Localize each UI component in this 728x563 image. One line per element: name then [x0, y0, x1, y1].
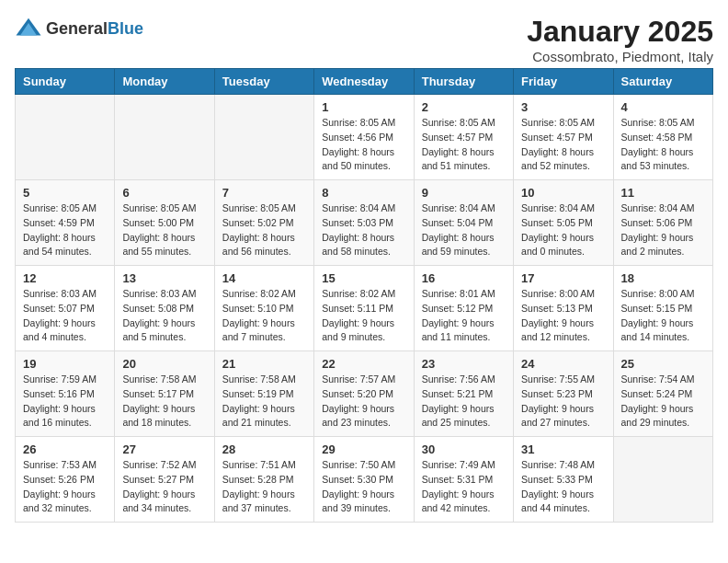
logo-general: General — [46, 19, 108, 38]
day-cell: 25Sunrise: 7:54 AMSunset: 5:24 PMDayligh… — [613, 351, 712, 437]
day-number: 20 — [122, 357, 206, 371]
day-info: Sunrise: 8:05 AMSunset: 4:59 PMDaylight:… — [23, 201, 107, 259]
day-info: Sunrise: 8:04 AMSunset: 5:04 PMDaylight:… — [422, 201, 506, 259]
day-number: 13 — [122, 271, 206, 285]
day-info: Sunrise: 7:58 AMSunset: 5:19 PMDaylight:… — [222, 373, 306, 431]
day-info: Sunrise: 8:05 AMSunset: 4:57 PMDaylight:… — [521, 116, 605, 174]
day-number: 14 — [222, 271, 306, 285]
day-info: Sunrise: 8:05 AMSunset: 4:57 PMDaylight:… — [422, 116, 506, 174]
day-info: Sunrise: 7:53 AMSunset: 5:26 PMDaylight:… — [23, 458, 107, 516]
day-info: Sunrise: 7:58 AMSunset: 5:17 PMDaylight:… — [122, 373, 206, 431]
day-number: 19 — [23, 357, 107, 371]
header: GeneralBlue January 2025 Cossombrato, Pi… — [15, 15, 713, 64]
day-info: Sunrise: 8:00 AMSunset: 5:13 PMDaylight:… — [521, 287, 605, 345]
day-cell: 12Sunrise: 8:03 AMSunset: 5:07 PMDayligh… — [16, 266, 115, 351]
day-info: Sunrise: 8:05 AMSunset: 5:02 PMDaylight:… — [222, 201, 306, 259]
weekday-header-saturday: Saturday — [613, 69, 712, 95]
weekday-header-row: SundayMondayTuesdayWednesdayThursdayFrid… — [16, 69, 713, 95]
day-number: 27 — [122, 442, 206, 456]
day-info: Sunrise: 8:05 AMSunset: 4:56 PMDaylight:… — [322, 116, 405, 174]
day-cell: 14Sunrise: 8:02 AMSunset: 5:10 PMDayligh… — [214, 266, 313, 351]
day-cell: 18Sunrise: 8:00 AMSunset: 5:15 PMDayligh… — [613, 266, 712, 351]
day-number: 4 — [621, 100, 705, 114]
week-row-1: 1Sunrise: 8:05 AMSunset: 4:56 PMDaylight… — [16, 95, 713, 180]
day-cell: 20Sunrise: 7:58 AMSunset: 5:17 PMDayligh… — [115, 351, 214, 437]
day-info: Sunrise: 7:56 AMSunset: 5:21 PMDaylight:… — [422, 373, 506, 431]
title-block: January 2025 Cossombrato, Piedmont, Ital… — [527, 15, 713, 64]
day-number: 23 — [422, 357, 506, 371]
day-info: Sunrise: 8:05 AMSunset: 4:58 PMDaylight:… — [621, 116, 705, 174]
day-cell — [115, 95, 214, 180]
day-info: Sunrise: 8:04 AMSunset: 5:03 PMDaylight:… — [322, 201, 405, 259]
day-cell: 7Sunrise: 8:05 AMSunset: 5:02 PMDaylight… — [214, 180, 313, 266]
week-row-3: 12Sunrise: 8:03 AMSunset: 5:07 PMDayligh… — [16, 266, 713, 351]
day-info: Sunrise: 7:59 AMSunset: 5:16 PMDaylight:… — [23, 373, 107, 431]
day-info: Sunrise: 8:00 AMSunset: 5:15 PMDaylight:… — [621, 287, 705, 345]
day-info: Sunrise: 8:04 AMSunset: 5:06 PMDaylight:… — [621, 201, 705, 259]
day-cell: 11Sunrise: 8:04 AMSunset: 5:06 PMDayligh… — [613, 180, 712, 266]
day-info: Sunrise: 8:02 AMSunset: 5:10 PMDaylight:… — [222, 287, 306, 345]
day-info: Sunrise: 8:04 AMSunset: 5:05 PMDaylight:… — [521, 201, 605, 259]
day-cell: 17Sunrise: 8:00 AMSunset: 5:13 PMDayligh… — [514, 266, 613, 351]
day-cell: 13Sunrise: 8:03 AMSunset: 5:08 PMDayligh… — [115, 266, 214, 351]
day-number: 26 — [23, 442, 107, 456]
day-number: 15 — [322, 271, 405, 285]
day-number: 12 — [23, 271, 107, 285]
day-info: Sunrise: 7:51 AMSunset: 5:28 PMDaylight:… — [222, 458, 306, 516]
day-info: Sunrise: 7:57 AMSunset: 5:20 PMDaylight:… — [322, 373, 405, 431]
day-cell — [16, 95, 115, 180]
day-cell: 29Sunrise: 7:50 AMSunset: 5:30 PMDayligh… — [314, 437, 414, 523]
day-cell: 8Sunrise: 8:04 AMSunset: 5:03 PMDaylight… — [314, 180, 414, 266]
day-cell: 19Sunrise: 7:59 AMSunset: 5:16 PMDayligh… — [16, 351, 115, 437]
day-number: 17 — [521, 271, 605, 285]
day-info: Sunrise: 7:49 AMSunset: 5:31 PMDaylight:… — [422, 458, 506, 516]
day-cell: 30Sunrise: 7:49 AMSunset: 5:31 PMDayligh… — [414, 437, 513, 523]
weekday-header-monday: Monday — [115, 69, 214, 95]
day-info: Sunrise: 7:55 AMSunset: 5:23 PMDaylight:… — [521, 373, 605, 431]
day-number: 24 — [521, 357, 605, 371]
day-number: 5 — [23, 186, 107, 200]
day-info: Sunrise: 8:05 AMSunset: 5:00 PMDaylight:… — [122, 201, 206, 259]
day-number: 30 — [422, 442, 506, 456]
day-number: 31 — [521, 442, 605, 456]
weekday-header-tuesday: Tuesday — [214, 69, 313, 95]
day-info: Sunrise: 8:03 AMSunset: 5:07 PMDaylight:… — [23, 287, 107, 345]
day-cell: 31Sunrise: 7:48 AMSunset: 5:33 PMDayligh… — [514, 437, 613, 523]
weekday-header-thursday: Thursday — [414, 69, 513, 95]
day-cell: 4Sunrise: 8:05 AMSunset: 4:58 PMDaylight… — [613, 95, 712, 180]
day-number: 10 — [521, 186, 605, 200]
weekday-header-sunday: Sunday — [16, 69, 115, 95]
week-row-2: 5Sunrise: 8:05 AMSunset: 4:59 PMDaylight… — [16, 180, 713, 266]
day-number: 11 — [621, 186, 705, 200]
week-row-5: 26Sunrise: 7:53 AMSunset: 5:26 PMDayligh… — [16, 437, 713, 523]
day-number: 1 — [322, 100, 405, 114]
day-cell: 9Sunrise: 8:04 AMSunset: 5:04 PMDaylight… — [414, 180, 513, 266]
logo-icon — [15, 15, 42, 42]
day-cell: 16Sunrise: 8:01 AMSunset: 5:12 PMDayligh… — [414, 266, 513, 351]
day-cell: 24Sunrise: 7:55 AMSunset: 5:23 PMDayligh… — [514, 351, 613, 437]
day-cell: 1Sunrise: 8:05 AMSunset: 4:56 PMDaylight… — [314, 95, 414, 180]
day-info: Sunrise: 8:02 AMSunset: 5:11 PMDaylight:… — [322, 287, 405, 345]
day-info: Sunrise: 7:48 AMSunset: 5:33 PMDaylight:… — [521, 458, 605, 516]
day-number: 8 — [322, 186, 405, 200]
day-cell: 6Sunrise: 8:05 AMSunset: 5:00 PMDaylight… — [115, 180, 214, 266]
calendar-table: SundayMondayTuesdayWednesdayThursdayFrid… — [15, 68, 713, 523]
day-cell: 23Sunrise: 7:56 AMSunset: 5:21 PMDayligh… — [414, 351, 513, 437]
day-cell — [613, 437, 712, 523]
day-info: Sunrise: 7:50 AMSunset: 5:30 PMDaylight:… — [322, 458, 405, 516]
day-cell — [214, 95, 313, 180]
day-cell: 15Sunrise: 8:02 AMSunset: 5:11 PMDayligh… — [314, 266, 414, 351]
location: Cossombrato, Piedmont, Italy — [527, 49, 713, 64]
day-cell: 28Sunrise: 7:51 AMSunset: 5:28 PMDayligh… — [214, 437, 313, 523]
weekday-header-friday: Friday — [514, 69, 613, 95]
week-row-4: 19Sunrise: 7:59 AMSunset: 5:16 PMDayligh… — [16, 351, 713, 437]
day-cell: 27Sunrise: 7:52 AMSunset: 5:27 PMDayligh… — [115, 437, 214, 523]
day-cell: 21Sunrise: 7:58 AMSunset: 5:19 PMDayligh… — [214, 351, 313, 437]
day-info: Sunrise: 7:52 AMSunset: 5:27 PMDaylight:… — [122, 458, 206, 516]
day-cell: 5Sunrise: 8:05 AMSunset: 4:59 PMDaylight… — [16, 180, 115, 266]
day-cell: 22Sunrise: 7:57 AMSunset: 5:20 PMDayligh… — [314, 351, 414, 437]
day-cell: 10Sunrise: 8:04 AMSunset: 5:05 PMDayligh… — [514, 180, 613, 266]
day-number: 18 — [621, 271, 705, 285]
logo: GeneralBlue — [15, 15, 143, 42]
logo-blue: Blue — [108, 19, 143, 38]
